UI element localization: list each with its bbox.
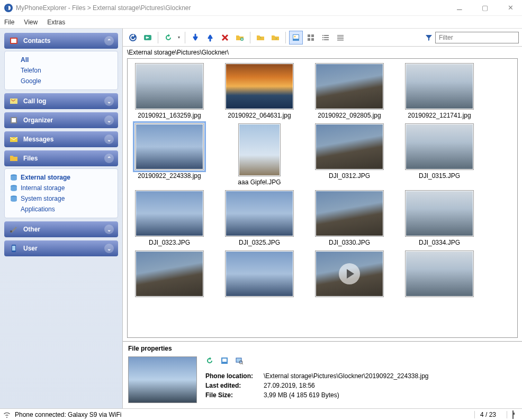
file-name: DJI_0315.JPG bbox=[419, 172, 460, 180]
status-counter: 4 / 23 bbox=[474, 411, 501, 418]
file-name: aaa Gipfel.JPG bbox=[238, 178, 281, 186]
file-item[interactable]: aaa Gipfel.JPG bbox=[220, 123, 299, 186]
view-thumbnails-button[interactable] bbox=[289, 31, 303, 44]
prop-refresh-icon[interactable] bbox=[205, 356, 215, 366]
file-item[interactable] bbox=[400, 251, 479, 297]
file-grid-container[interactable]: 20190921_163259.jpg20190922_064631.jpg20… bbox=[127, 58, 518, 338]
thumbnail[interactable] bbox=[405, 63, 474, 110]
filter-input[interactable] bbox=[435, 32, 519, 43]
delete-button[interactable] bbox=[218, 31, 232, 44]
thumbnail[interactable] bbox=[315, 251, 384, 297]
organizer-icon bbox=[8, 115, 19, 126]
file-item[interactable]: 20190922_092805.jpg bbox=[310, 63, 389, 119]
thumbnail[interactable] bbox=[405, 190, 474, 237]
panel-label: User bbox=[23, 245, 38, 252]
sidebar-panel-contacts[interactable]: Contacts⌃ bbox=[4, 33, 118, 49]
file-item[interactable]: 20190922_064631.jpg bbox=[220, 63, 299, 119]
file-item[interactable]: 20190922_121741.jpg bbox=[400, 63, 479, 119]
file-item[interactable]: 20190921_163259.jpg bbox=[130, 63, 209, 119]
panel-label: Organizer bbox=[23, 117, 53, 124]
panel-label: Files bbox=[23, 155, 38, 162]
file-item[interactable] bbox=[310, 251, 389, 297]
svg-rect-5 bbox=[12, 118, 16, 122]
menu-file[interactable]: File bbox=[3, 17, 15, 27]
sidebar-panel-calllog[interactable]: Call log⌄ bbox=[4, 93, 118, 109]
thumbnail[interactable] bbox=[135, 190, 204, 237]
chevron-icon: ⌄ bbox=[104, 115, 114, 125]
sidebar-item-applications[interactable]: Applications bbox=[10, 204, 112, 215]
sidebar-panel-other[interactable]: Other⌄ bbox=[4, 221, 118, 237]
new-folder-button[interactable] bbox=[233, 31, 247, 44]
sidebar-item-internal-storage[interactable]: Internal storage bbox=[10, 183, 112, 193]
sidebar-item-google[interactable]: Google bbox=[10, 76, 112, 86]
thumbnail[interactable] bbox=[315, 123, 384, 170]
upload-button[interactable] bbox=[203, 31, 217, 44]
thumbnail[interactable] bbox=[238, 123, 281, 176]
view-list-button[interactable] bbox=[319, 31, 332, 44]
sidebar-panel-files[interactable]: Files⌃ bbox=[4, 150, 118, 166]
thumbnail[interactable] bbox=[135, 251, 204, 297]
thumbnail[interactable] bbox=[315, 63, 384, 110]
sidebar-item-telefon[interactable]: Telefon bbox=[10, 65, 112, 76]
svg-rect-21 bbox=[308, 38, 310, 41]
thumbnail[interactable] bbox=[225, 63, 294, 110]
thumbnail[interactable] bbox=[135, 63, 204, 110]
refresh-button[interactable] bbox=[126, 31, 140, 44]
download-button[interactable] bbox=[188, 31, 202, 44]
svg-point-18 bbox=[294, 35, 296, 37]
file-item[interactable]: DJI_0334.JPG bbox=[400, 190, 479, 246]
panel-body-files: External storageInternal storageSystem s… bbox=[4, 168, 118, 218]
thumbnail[interactable] bbox=[225, 190, 294, 237]
thumbnail[interactable] bbox=[225, 251, 294, 297]
sidebar-panel-user[interactable]: User⌄ bbox=[4, 240, 118, 256]
thumbnail[interactable] bbox=[405, 251, 474, 297]
sidebar-item-external-storage[interactable]: External storage bbox=[10, 172, 112, 183]
file-item[interactable]: DJI_0330.JPG bbox=[310, 190, 389, 246]
file-properties-panel: File properties Phone location:\External… bbox=[123, 341, 522, 408]
refresh-folder-button[interactable] bbox=[161, 31, 175, 44]
storage-icon bbox=[10, 174, 17, 181]
other-icon bbox=[8, 224, 19, 235]
folder-up-button[interactable] bbox=[254, 31, 267, 44]
window-close-icon[interactable]: ✕ bbox=[503, 4, 518, 12]
view-details-button[interactable] bbox=[334, 31, 347, 44]
sidebar-item-system-storage[interactable]: System storage bbox=[10, 193, 112, 204]
svg-point-10 bbox=[10, 230, 12, 233]
sync-button[interactable] bbox=[141, 31, 155, 44]
svg-rect-31 bbox=[337, 38, 344, 39]
file-item[interactable]: DJI_0325.JPG bbox=[220, 190, 299, 246]
file-name: 20190922_121741.jpg bbox=[408, 112, 471, 119]
view-tiles-button[interactable] bbox=[304, 31, 318, 44]
panel-label: Call log bbox=[23, 97, 46, 105]
prop-search-icon[interactable] bbox=[235, 356, 245, 366]
dropdown-icon[interactable]: ▾ bbox=[176, 35, 182, 40]
window-minimize-icon[interactable]: ⚊ bbox=[452, 4, 467, 12]
chevron-icon: ⌃ bbox=[104, 154, 114, 163]
prop-open-icon[interactable] bbox=[220, 356, 230, 366]
file-item[interactable]: DJI_0315.JPG bbox=[400, 123, 479, 186]
svg-rect-27 bbox=[322, 39, 323, 40]
file-item[interactable] bbox=[220, 251, 299, 297]
sidebar-panel-organizer[interactable]: Organizer⌄ bbox=[4, 112, 118, 128]
file-item[interactable]: DJI_0323.JPG bbox=[130, 190, 209, 246]
file-name: DJI_0334.JPG bbox=[419, 239, 460, 246]
thumbnail[interactable] bbox=[315, 190, 384, 237]
menu-extras[interactable]: Extras bbox=[46, 17, 66, 27]
status-bar: Phone connected: Galaxy S9 via WiFi 4 / … bbox=[0, 408, 522, 420]
folder-go-button[interactable] bbox=[268, 31, 282, 44]
toolbar: ▾ bbox=[123, 29, 522, 47]
prop-location-label: Phone location: bbox=[205, 372, 264, 380]
thumbnail[interactable] bbox=[135, 123, 204, 170]
sidebar-panel-messages[interactable]: Messages⌄ bbox=[4, 131, 118, 147]
file-item[interactable] bbox=[130, 251, 209, 297]
sidebar-item-all[interactable]: All bbox=[10, 55, 112, 65]
svg-rect-35 bbox=[236, 358, 241, 362]
chevron-icon: ⌄ bbox=[104, 225, 114, 234]
sidebar-item-label: Internal storage bbox=[21, 184, 65, 192]
menu-view[interactable]: View bbox=[23, 17, 39, 27]
file-item[interactable]: 20190922_224338.jpg bbox=[130, 123, 209, 186]
wifi-icon bbox=[3, 411, 11, 418]
thumbnail[interactable] bbox=[405, 123, 474, 170]
window-maximize-icon[interactable]: ▢ bbox=[478, 4, 492, 12]
file-item[interactable]: DJI_0312.JPG bbox=[310, 123, 389, 186]
